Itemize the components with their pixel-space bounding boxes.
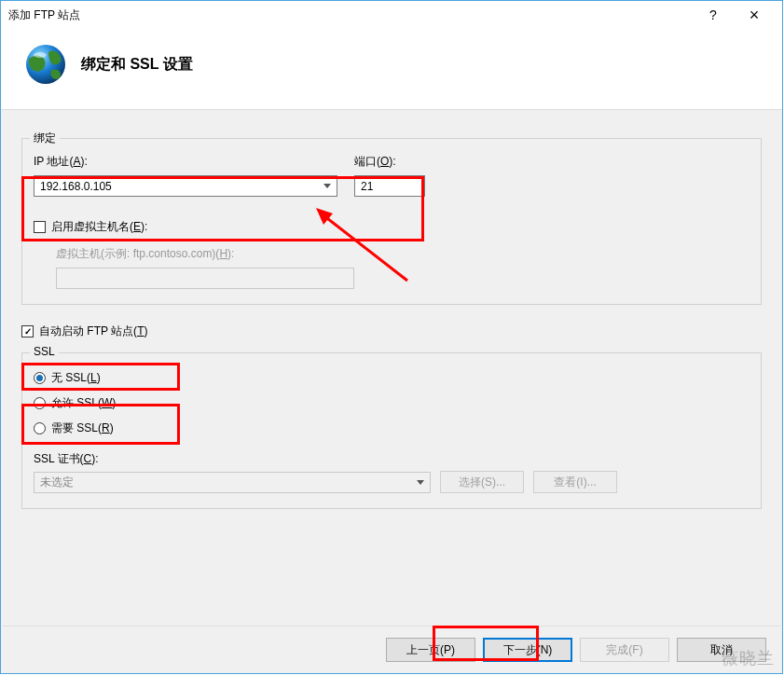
chevron-down-icon (323, 184, 331, 188)
chevron-down-icon (417, 480, 424, 485)
ssl-cert-value: 未选定 (40, 475, 74, 490)
radio-icon (34, 372, 46, 384)
finish-button: 完成(F) (580, 638, 669, 662)
ssl-allow-radio[interactable]: 允许 SSL(W) (34, 395, 750, 411)
content-area: 绑定 IP 地址(A): 192.168.0.105 端口(O): (1, 110, 782, 673)
globe-icon (23, 42, 68, 87)
close-button[interactable]: × (734, 1, 775, 29)
ssl-require-radio[interactable]: 需要 SSL(R) (34, 420, 750, 436)
checkbox-icon (34, 221, 46, 233)
svg-point-1 (34, 52, 47, 58)
ssl-require-label: 需要 SSL(R) (51, 420, 114, 436)
port-input[interactable] (354, 175, 425, 197)
checkbox-icon (21, 325, 34, 338)
ssl-cert-label: SSL 证书(C): (34, 451, 750, 467)
ssl-allow-label: 允许 SSL(W) (51, 395, 116, 411)
ssl-select-button: 选择(S)... (440, 471, 524, 493)
radio-icon (34, 397, 46, 409)
page-title: 绑定和 SSL 设置 (81, 55, 193, 75)
header: 绑定和 SSL 设置 (1, 29, 782, 110)
ip-address-label: IP 地址(A): (34, 154, 337, 170)
binding-legend: 绑定 (30, 131, 60, 146)
virtual-host-label: 虚拟主机(示例: ftp.contoso.com)(H): (56, 246, 750, 262)
footer: 上一页(P) 下一步(N) 完成(F) 取消 (2, 626, 781, 673)
binding-fieldset: 绑定 IP 地址(A): 192.168.0.105 端口(O): (21, 138, 762, 305)
enable-virtual-host-checkbox[interactable]: 启用虚拟主机名(E): (34, 219, 750, 235)
prev-button[interactable]: 上一页(P) (386, 638, 475, 662)
help-button[interactable]: ? (693, 1, 734, 29)
ssl-legend: SSL (30, 345, 59, 358)
ssl-cert-combo[interactable]: 未选定 (34, 472, 431, 493)
dialog-window: 添加 FTP 站点 ? × 绑定和 SSL 设置 绑定 (0, 0, 783, 674)
autostart-checkbox[interactable]: 自动启动 FTP 站点(T) (21, 324, 762, 339)
window-title: 添加 FTP 站点 (8, 7, 693, 23)
virtual-host-input (56, 268, 354, 289)
ssl-fieldset: SSL 无 SSL(L) 允许 SSL(W) 需要 SSL(R) (21, 352, 762, 509)
ssl-none-radio[interactable]: 无 SSL(L) (34, 370, 750, 386)
cancel-button[interactable]: 取消 (677, 638, 766, 662)
autostart-label: 自动启动 FTP 站点(T) (39, 324, 147, 339)
titlebar: 添加 FTP 站点 ? × (1, 1, 782, 29)
ssl-view-button: 查看(I)... (533, 471, 617, 493)
ip-address-combo[interactable]: 192.168.0.105 (34, 175, 337, 197)
next-button[interactable]: 下一步(N) (483, 638, 572, 662)
radio-icon (34, 422, 46, 434)
enable-virtual-host-label: 启用虚拟主机名(E): (51, 219, 147, 235)
port-label: 端口(O): (354, 154, 425, 170)
ip-address-value: 192.168.0.105 (40, 180, 112, 193)
ssl-none-label: 无 SSL(L) (51, 370, 101, 386)
